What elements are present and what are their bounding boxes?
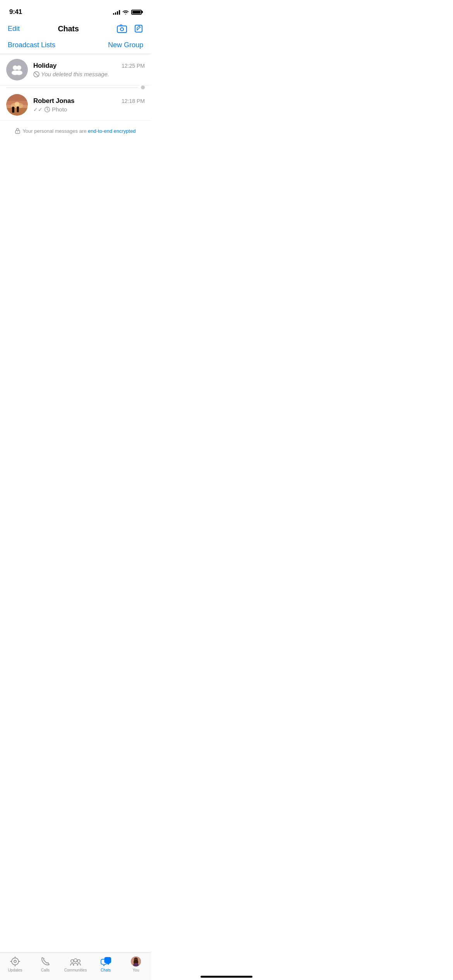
avatar-holiday xyxy=(6,59,28,81)
encryption-notice: Your personal messages are end-to-end en… xyxy=(0,121,151,141)
separator-dot xyxy=(141,86,145,89)
compose-icon xyxy=(134,24,143,33)
chat-list: Holiday 12:25 PM You deleted this messag… xyxy=(0,54,151,121)
blocked-icon xyxy=(33,71,39,77)
timer-icon xyxy=(44,106,50,113)
chat-content-holiday: Holiday 12:25 PM You deleted this messag… xyxy=(33,62,145,77)
svg-point-15 xyxy=(15,102,19,106)
svg-rect-0 xyxy=(117,26,127,33)
separator-line xyxy=(6,87,138,88)
chat-item-holiday[interactable]: Holiday 12:25 PM You deleted this messag… xyxy=(0,54,151,86)
wifi-icon xyxy=(122,10,129,15)
svg-point-5 xyxy=(17,65,21,70)
chat-preview-robert-jonas: ✓✓ Photo xyxy=(33,106,145,113)
robert-jonas-avatar-image xyxy=(6,94,28,116)
chat-name-robert-jonas: Robert Jonas xyxy=(33,97,74,105)
lock-icon xyxy=(15,128,20,134)
action-bar: Broadcast Lists New Group xyxy=(0,39,151,54)
status-time: 9:41 xyxy=(9,8,22,16)
svg-line-23 xyxy=(47,110,48,110)
svg-rect-20 xyxy=(17,108,19,112)
new-group-button[interactable]: New Group xyxy=(108,41,143,49)
svg-rect-2 xyxy=(120,25,122,26)
chat-preview-holiday: You deleted this message. xyxy=(33,71,145,77)
camera-button[interactable] xyxy=(117,24,127,33)
signal-icon xyxy=(113,10,120,15)
svg-rect-18 xyxy=(12,109,14,113)
encryption-text: Your personal messages are end-to-end en… xyxy=(22,128,136,134)
svg-rect-13 xyxy=(6,94,28,101)
chat-item-robert-jonas[interactable]: Robert Jonas 12:18 PM ✓✓ Photo xyxy=(0,89,151,121)
chat-top-row-robert-jonas: Robert Jonas 12:18 PM xyxy=(33,97,145,105)
page-title: Chats xyxy=(58,24,79,33)
avatar-robert-jonas xyxy=(6,94,28,116)
status-bar: 9:41 xyxy=(0,0,151,19)
svg-line-9 xyxy=(34,72,38,76)
chat-preview-text-robert-jonas: Photo xyxy=(52,106,67,113)
chat-time-holiday: 12:25 PM xyxy=(122,63,145,69)
nav-header: Edit Chats xyxy=(0,19,151,39)
broadcast-lists-button[interactable]: Broadcast Lists xyxy=(8,41,55,49)
compose-button[interactable] xyxy=(134,24,143,33)
svg-point-1 xyxy=(120,28,124,31)
svg-point-7 xyxy=(15,70,22,75)
group-avatar-icon xyxy=(10,63,24,77)
chat-preview-text-holiday: You deleted this message. xyxy=(41,71,109,77)
chat-content-robert-jonas: Robert Jonas 12:18 PM ✓✓ Photo xyxy=(33,97,145,113)
chat-name-holiday: Holiday xyxy=(33,62,57,70)
chat-time-robert-jonas: 12:18 PM xyxy=(122,98,145,104)
battery-icon xyxy=(131,10,142,15)
encryption-link[interactable]: end-to-end encrypted xyxy=(88,128,136,134)
double-check-icon: ✓✓ xyxy=(33,106,43,113)
edit-button[interactable]: Edit xyxy=(8,25,20,33)
camera-icon xyxy=(117,24,127,33)
status-icons xyxy=(113,10,142,15)
svg-point-25 xyxy=(17,132,18,132)
chat-top-row-holiday: Holiday 12:25 PM xyxy=(33,62,145,70)
chat-separator xyxy=(0,86,151,89)
header-actions xyxy=(117,24,143,33)
